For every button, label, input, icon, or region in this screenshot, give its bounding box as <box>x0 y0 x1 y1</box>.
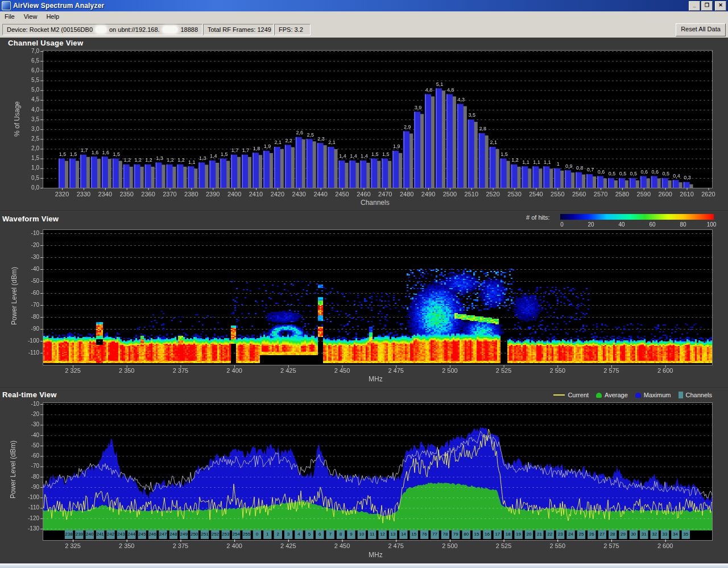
realtime-legend: Current Average Maximum Channels <box>553 392 712 398</box>
device-status: Device: Rocket M2 (00156DB0 on ubnt://19… <box>2 24 202 35</box>
legend-channels: Channels <box>679 392 712 398</box>
menu-bar: File View Help <box>0 11 728 22</box>
realtime-x-axis-label: MHz <box>369 551 383 559</box>
close-button[interactable]: ✕ <box>715 1 726 11</box>
redaction-smudge <box>96 26 106 33</box>
channels-swatch-icon <box>679 392 683 398</box>
app-icon <box>2 1 11 10</box>
realtime-section-title: Real-time View <box>2 390 57 399</box>
section-divider <box>0 211 728 212</box>
waveform-spectrogram-chart <box>0 227 728 378</box>
window-title: AirView Spectrum Analyzer <box>13 2 689 10</box>
device-host: on ubnt://192.168. <box>109 26 160 33</box>
channel-usage-chart <box>0 48 728 198</box>
device-port: 18888 <box>180 26 198 33</box>
legend-maximum: Maximum <box>635 392 671 398</box>
waveform-y-axis-label: Power Level (dBm) <box>10 250 18 341</box>
menu-view[interactable]: View <box>19 13 42 20</box>
section-divider <box>0 388 728 389</box>
minimize-button[interactable]: _ <box>689 1 700 11</box>
status-toolbar: Device: Rocket M2 (00156DB0 on ubnt://19… <box>0 22 728 38</box>
device-prefix: Device: Rocket M2 (00156DB0 <box>7 26 93 33</box>
rf-frames-status: Total RF Frames: 1249 <box>203 24 274 35</box>
reset-all-data-button[interactable]: Reset All Data <box>676 23 726 36</box>
usage-y-axis-label: % of Usage <box>13 73 21 164</box>
app-window: AirView Spectrum Analyzer _ ❐ ✕ File Vie… <box>0 0 728 568</box>
legend-average: Average <box>596 392 628 398</box>
waveform-section-title: Waveform View <box>2 215 59 223</box>
window-bottom-edge <box>0 563 728 568</box>
waveform-x-axis-label: MHz <box>369 375 383 383</box>
colorbar-label: # of hits: <box>526 214 550 221</box>
legend-current: Current <box>553 392 589 398</box>
average-marker-icon <box>596 393 602 398</box>
fps-status: FPS: 3.2 <box>274 24 311 35</box>
redaction-smudge <box>163 26 178 33</box>
maximum-marker-icon <box>635 393 641 398</box>
menu-file[interactable]: File <box>0 13 19 20</box>
current-line-icon <box>553 394 565 396</box>
usage-section-title: Channel Usage View <box>8 39 83 47</box>
realtime-spectrum-chart <box>0 400 728 552</box>
title-bar[interactable]: AirView Spectrum Analyzer _ ❐ ✕ <box>0 0 728 11</box>
restore-button[interactable]: ❐ <box>701 1 713 11</box>
realtime-y-axis-label: Power Level (dBm) <box>9 424 17 515</box>
usage-x-axis-label: Channels <box>361 199 390 207</box>
menu-help[interactable]: Help <box>42 13 64 20</box>
